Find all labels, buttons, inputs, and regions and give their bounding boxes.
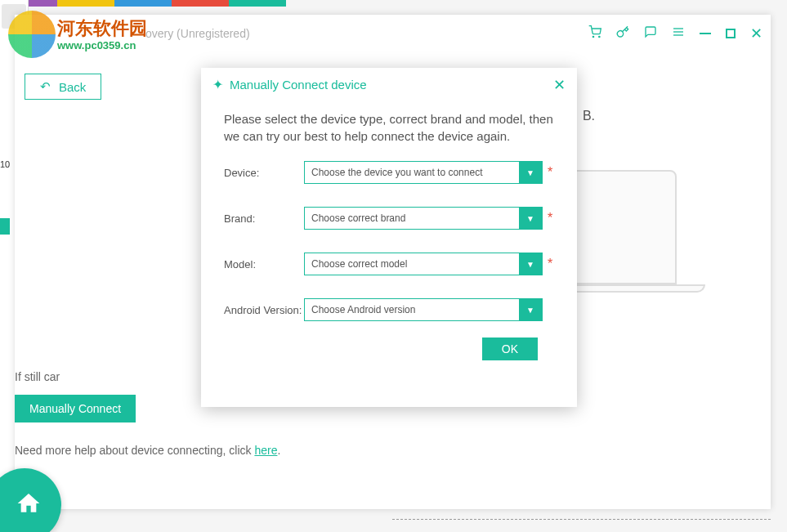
watermark-url: www.pc0359.cn [57,39,136,51]
background-green-tab [0,218,10,235]
close-icon[interactable]: ✕ [750,25,762,42]
manually-connect-modal: ✦ Manually Connect device ✕ Please selec… [201,68,577,407]
help-text: Need more help about device connecting, … [15,444,280,457]
logo-circle-icon [8,11,56,58]
partial-instruction-text: B. [583,109,595,123]
background-number: 10 [0,159,10,169]
menu-icon[interactable] [672,25,685,42]
modal-puzzle-icon: ✦ [212,77,223,92]
help-here-link[interactable]: here [254,444,277,457]
model-row: Model: Choose correct model ▼ * [224,253,554,275]
brand-select[interactable]: Choose correct brand ▼ [304,207,543,230]
key-icon[interactable] [616,25,629,42]
titlebar-controls: ✕ [588,25,762,42]
modal-close-icon[interactable]: ✕ [553,76,566,94]
manually-connect-button[interactable]: Manually Connect [15,395,136,422]
device-label: Device: [224,167,304,179]
watermark-title: 河东软件园 [57,16,147,41]
required-asterisk: * [548,257,554,271]
device-select-text: Choose the device you want to connect [305,167,519,178]
modal-description: Please select the device type, correct b… [224,110,554,145]
svg-point-0 [592,36,593,37]
device-row: Device: Choose the device you want to co… [224,161,554,184]
model-select-text: Choose correct model [305,258,519,270]
ok-button[interactable]: OK [482,338,538,360]
chevron-down-icon: ▼ [519,253,542,275]
chevron-down-icon: ▼ [519,298,542,321]
svg-point-1 [599,36,600,37]
model-select[interactable]: Choose correct model ▼ [304,253,543,275]
minimize-icon[interactable] [700,33,711,34]
android-version-row: Android Version: Choose Android version … [224,298,554,321]
back-button[interactable]: ↶ Back [25,74,101,100]
back-arrow-icon: ↶ [40,79,51,94]
if-still-text: If still car [15,370,60,383]
modal-header: ✦ Manually Connect device ✕ [201,68,577,102]
brand-select-text: Choose correct brand [305,212,519,224]
watermark-logo: 河东软件园 www.pc0359.cn [15,15,154,60]
android-version-select[interactable]: Choose Android version ▼ [304,298,543,321]
modal-title: Manually Connect device [230,78,367,92]
android-version-select-text: Choose Android version [305,304,519,315]
brand-label: Brand: [224,212,304,225]
maximize-icon[interactable] [726,29,736,38]
required-asterisk: * [548,165,554,180]
cart-icon[interactable] [588,25,601,42]
brand-row: Brand: Choose correct brand ▼ * [224,207,554,230]
window-title: overy (Unregistered) [145,27,250,40]
modal-body: Please select the device type, correct b… [201,102,577,377]
chevron-down-icon: ▼ [519,161,542,184]
app-window: 河东软件园 www.pc0359.cn overy (Unregistered)… [15,15,771,509]
model-label: Model: [224,258,304,270]
device-select[interactable]: Choose the device you want to connect ▼ [304,161,543,184]
back-label: Back [59,80,86,94]
chevron-down-icon: ▼ [519,207,542,230]
required-asterisk: * [548,211,554,226]
background-dashed-line [392,519,771,520]
feedback-icon[interactable] [644,25,657,42]
home-icon [16,490,42,516]
background-color-strips [0,0,286,8]
modal-footer: OK [224,329,554,360]
android-version-label: Android Version: [224,304,304,316]
